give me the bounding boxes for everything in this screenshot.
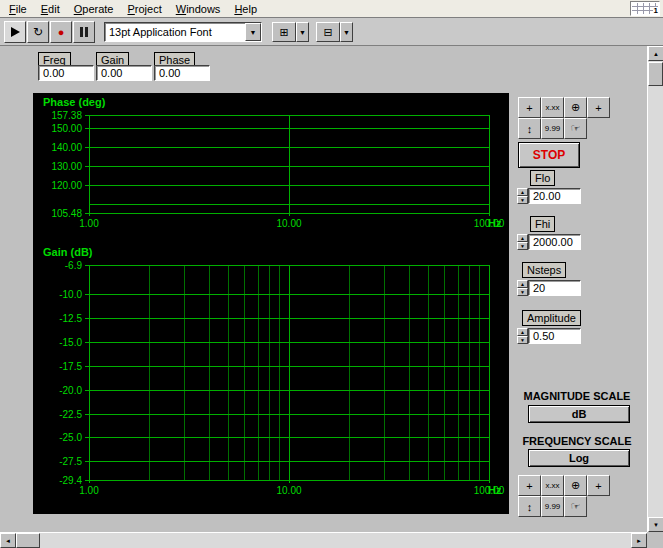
font-selector[interactable]: 13pt Application Font ▼	[104, 22, 262, 42]
autoscale-y-button[interactable]: ↕	[518, 496, 541, 517]
zoom-tool-button[interactable]: ⊕	[564, 475, 587, 496]
x-scale-format-button[interactable]: x.xx	[541, 475, 564, 496]
menu-windows[interactable]: Windows	[169, 1, 228, 16]
horizontal-scrollbar-thumb[interactable]	[16, 533, 40, 548]
svg-text:-27.5: -27.5	[59, 456, 82, 467]
svg-text:-25.0: -25.0	[59, 432, 82, 443]
nsteps-control: ▲ ▼ 20	[517, 280, 581, 296]
fhi-control: ▲ ▼ 2000.00	[517, 234, 581, 250]
run-button[interactable]	[4, 21, 26, 43]
pan-tool-button[interactable]: ☞	[564, 496, 587, 517]
autoscale-y-button[interactable]: ↕	[518, 118, 541, 139]
toolbar: ↻ ● 13pt Application Font ▼ ⊞ ▼ ⊟ ▼	[0, 18, 663, 46]
increment-button[interactable]: ▲	[517, 328, 528, 336]
frequency-scale-ring[interactable]: Log	[528, 449, 630, 467]
fhi-label: Fhi	[530, 216, 555, 232]
pause-icon	[80, 27, 88, 37]
abort-button[interactable]: ●	[50, 21, 72, 43]
spinner: ▲ ▼	[517, 188, 528, 204]
gain-chart-title: Gain (dB)	[43, 246, 93, 258]
scrollbar-corner	[647, 532, 663, 548]
front-panel: Freq Gain Phase 0.00 0.00 0.00 157.38150…	[0, 46, 647, 532]
svg-text:130.00: 130.00	[51, 161, 82, 172]
menu-file[interactable]: File	[2, 1, 34, 16]
cursor-tool-button[interactable]: +	[518, 97, 541, 118]
scroll-up-button[interactable]: ▲	[648, 46, 663, 61]
svg-text:157.38: 157.38	[51, 110, 82, 121]
svg-text:120.00: 120.00	[51, 180, 82, 191]
decrement-button[interactable]: ▼	[517, 242, 528, 250]
stop-button[interactable]: STOP	[518, 142, 580, 168]
magnitude-scale-label: MAGNITUDE SCALE	[508, 390, 646, 402]
gain-indicator: 0.00	[96, 65, 152, 81]
vertical-scrollbar-thumb[interactable]	[648, 62, 663, 86]
run-icon	[11, 27, 20, 37]
decrement-button[interactable]: ▼	[517, 288, 528, 296]
align-objects-dropdown[interactable]: ⊞ ▼	[272, 22, 309, 42]
increment-button[interactable]: ▲	[517, 188, 528, 196]
align-objects-icon: ⊞	[272, 22, 296, 42]
phase-indicator: 0.00	[154, 65, 210, 81]
flo-input[interactable]: 20.00	[528, 188, 581, 204]
palette-row: ↕ 9.99 ☞	[518, 118, 614, 139]
freq-indicator: 0.00	[38, 65, 94, 81]
menu-project[interactable]: Project	[120, 1, 168, 16]
pan-tool-button[interactable]: ☞	[564, 118, 587, 139]
zoom-in-button[interactable]: +	[587, 475, 610, 496]
palette-row: ↕ 9.99 ☞	[518, 496, 614, 517]
distribute-objects-dropdown[interactable]: ⊟ ▼	[316, 22, 353, 42]
fhi-input[interactable]: 2000.00	[528, 234, 581, 250]
magnitude-scale-ring[interactable]: dB	[528, 405, 630, 423]
cursor-tool-button[interactable]: +	[518, 475, 541, 496]
y-scale-format-button[interactable]: 9.99	[541, 496, 564, 517]
phase-chart-title: Phase (deg)	[43, 96, 105, 108]
svg-text:1.00: 1.00	[79, 218, 99, 229]
svg-text:-17.5: -17.5	[59, 361, 82, 372]
palette-row: + x.xx ⊕ +	[518, 475, 614, 496]
svg-text:-15.0: -15.0	[59, 337, 82, 348]
run-continuous-button[interactable]: ↻	[27, 21, 49, 43]
scroll-down-button[interactable]: ▼	[648, 517, 663, 532]
zoom-tool-button[interactable]: ⊕	[564, 97, 587, 118]
scroll-left-button[interactable]: ◄	[0, 533, 16, 548]
font-selector-value: 13pt Application Font	[105, 23, 245, 41]
chevron-down-icon[interactable]: ▼	[245, 23, 261, 41]
svg-text:10.00: 10.00	[276, 218, 301, 229]
amplitude-input[interactable]: 0.50	[528, 328, 581, 344]
pause-button[interactable]	[73, 21, 95, 43]
menu-operate[interactable]: Operate	[67, 1, 121, 16]
menu-bar: File Edit Operate Project Windows Help 1	[0, 0, 663, 18]
vi-icon[interactable]: 1	[630, 1, 660, 16]
increment-button[interactable]: ▲	[517, 234, 528, 242]
x-scale-format-button[interactable]: x.xx	[541, 97, 564, 118]
frequency-scale-label: FREQUENCY SCALE	[508, 435, 646, 447]
svg-text:150.00: 150.00	[51, 123, 82, 134]
chevron-down-icon[interactable]: ▼	[340, 22, 353, 42]
chevron-down-icon[interactable]: ▼	[296, 22, 309, 42]
spinner: ▲ ▼	[517, 280, 528, 296]
decrement-button[interactable]: ▼	[517, 336, 528, 344]
spinner: ▲ ▼	[517, 328, 528, 344]
flo-control: ▲ ▼ 20.00	[517, 188, 581, 204]
vi-icon-number: 1	[653, 7, 658, 15]
increment-button[interactable]: ▲	[517, 280, 528, 288]
gain-x-unit: Hz	[488, 484, 501, 496]
scroll-right-button[interactable]: ►	[631, 533, 647, 548]
run-continuous-icon: ↻	[33, 26, 43, 38]
zoom-in-button[interactable]: +	[587, 97, 610, 118]
menu-help[interactable]: Help	[227, 1, 264, 16]
svg-text:-12.5: -12.5	[59, 313, 82, 324]
y-scale-format-button[interactable]: 9.99	[541, 118, 564, 139]
abort-icon: ●	[58, 27, 65, 38]
svg-text:-29.4: -29.4	[59, 475, 82, 486]
distribute-objects-icon: ⊟	[316, 22, 340, 42]
svg-text:140.00: 140.00	[51, 142, 82, 153]
spinner: ▲ ▼	[517, 234, 528, 250]
palette-row: + x.xx ⊕ +	[518, 97, 614, 118]
vertical-scrollbar[interactable]: ▲ ▼	[647, 46, 663, 532]
horizontal-scrollbar[interactable]: ◄ ►	[0, 532, 647, 548]
decrement-button[interactable]: ▼	[517, 196, 528, 204]
svg-text:-10.0: -10.0	[59, 289, 82, 300]
menu-edit[interactable]: Edit	[34, 1, 67, 16]
nsteps-input[interactable]: 20	[528, 280, 581, 296]
